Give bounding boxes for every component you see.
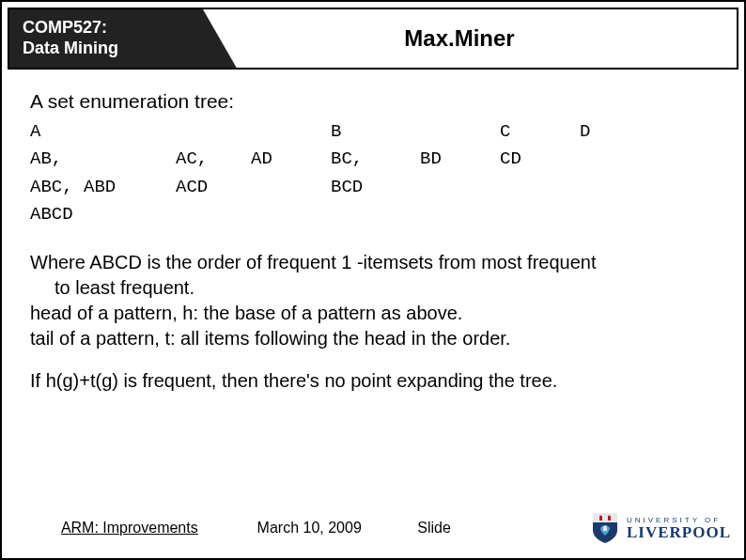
tree-cell: [580, 201, 636, 228]
tree-cell: AB,: [30, 146, 176, 173]
slide-title: Max.Miner: [239, 9, 737, 68]
shield-icon: [591, 511, 619, 545]
section-heading: A set enumeration tree:: [30, 90, 722, 113]
tree-cell: [331, 201, 420, 228]
university-logo: UNIVERSITY OF LIVERPOOL: [475, 511, 731, 545]
tree-cell: C: [500, 118, 580, 146]
tree-cell: BD: [420, 146, 500, 173]
tree-cell: D: [580, 118, 636, 146]
tree-cell: AD: [251, 146, 331, 173]
header-course-box: COMP527: Data Mining: [9, 9, 203, 68]
enumeration-tree: A B C D AB, AC, AD BC, BD CD ABC, ABD AC…: [30, 118, 722, 229]
tree-cell: B: [331, 118, 420, 146]
tree-cell: A: [30, 118, 176, 146]
footer: ARM: Improvements March 10, 2009 Slide U…: [2, 511, 744, 545]
university-text: UNIVERSITY OF LIVERPOOL: [627, 517, 731, 540]
footer-slide-label: Slide: [417, 520, 475, 537]
para1-line4: tail of a pattern, t: all items followin…: [30, 328, 510, 349]
header-wedge: [203, 9, 239, 70]
tree-cell: BC,: [331, 146, 420, 173]
paragraph-1: Where ABCD is the order of frequent 1 -i…: [30, 250, 722, 351]
content-area: A set enumeration tree: A B C D AB, AC, …: [2, 70, 744, 394]
tree-cell: AC,: [176, 146, 251, 173]
paragraph-2: If h(g)+t(g) is frequent, then there's n…: [30, 368, 722, 394]
para1-line2: to least frequent.: [30, 275, 722, 301]
tree-cell: CD: [500, 146, 580, 173]
tree-cell: [176, 201, 251, 228]
footer-date: March 10, 2009: [257, 520, 418, 537]
header-bar: COMP527: Data Mining Max.Miner: [8, 8, 738, 70]
tree-cell: [500, 174, 580, 201]
tree-cell: [580, 174, 636, 201]
para1-line3: head of a pattern, h: the base of a patt…: [30, 303, 462, 323]
tree-cell: [500, 201, 580, 228]
tree-cell: [251, 174, 331, 201]
para1-line1: Where ABCD is the order of frequent 1 -i…: [30, 252, 596, 272]
tree-cell: [251, 118, 331, 146]
tree-cell: [420, 201, 500, 228]
tree-cell: [420, 174, 500, 201]
course-name: Data Mining: [23, 39, 190, 59]
course-code: COMP527:: [23, 18, 190, 39]
tree-cell: BCD: [331, 174, 420, 201]
tree-cell: ABCD: [30, 201, 176, 228]
tree-cell: [420, 118, 500, 146]
slide-frame: COMP527: Data Mining Max.Miner A set enu…: [0, 0, 746, 560]
tree-cell: [176, 118, 251, 146]
tree-cell: ACD: [176, 174, 251, 201]
footer-topic: ARM: Improvements: [2, 520, 257, 537]
tree-cell: [251, 201, 331, 228]
tree-cell: ABC, ABD: [30, 174, 176, 201]
tree-cell: [580, 146, 636, 173]
university-bottom-line: LIVERPOOL: [627, 524, 731, 540]
